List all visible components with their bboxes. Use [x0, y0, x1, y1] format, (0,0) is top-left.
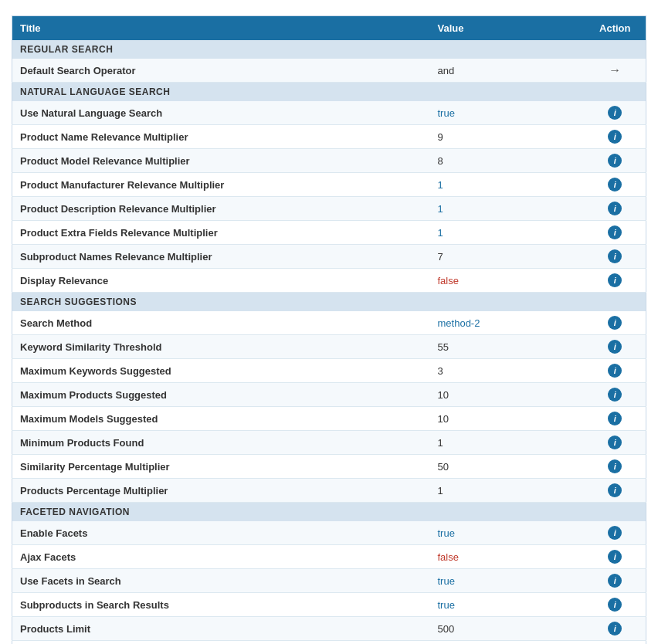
info-icon[interactable]: i [608, 178, 622, 192]
row-value: 10 [430, 383, 585, 407]
table-row: Product Model Relevance Multiplier8i [12, 149, 646, 173]
row-action[interactable]: i [585, 521, 646, 545]
info-icon[interactable]: i [608, 550, 622, 564]
table-row: Display Relevancefalsei [12, 269, 646, 293]
row-action[interactable]: i [585, 149, 646, 173]
row-value: 7 [430, 245, 585, 269]
row-action[interactable]: i [585, 173, 646, 197]
row-value: 8 [430, 149, 585, 173]
row-value: 1 [430, 431, 585, 455]
info-icon[interactable]: i [608, 364, 622, 378]
info-icon[interactable]: i [608, 436, 622, 449]
row-value: 10 [430, 407, 585, 431]
row-title: Keyword Similarity Threshold [12, 335, 430, 359]
row-title: Products Percentage Multiplier [12, 479, 430, 503]
table-row: Maximum Products Suggested10i [12, 383, 646, 407]
table-row: Similarity Percentage Multiplier50i [12, 455, 646, 479]
row-title: Enable Facets [12, 521, 430, 545]
row-title: Minimum Products Found [12, 431, 430, 455]
row-title: Maximum Models Suggested [12, 407, 430, 431]
row-title: Product Name Relevance Multiplier [12, 125, 430, 149]
row-action[interactable]: i [585, 593, 646, 617]
row-action[interactable]: i [585, 269, 646, 293]
row-value: false [430, 269, 585, 293]
row-title: Product Extra Fields Relevance Multiplie… [12, 221, 430, 245]
row-value: 24 [430, 641, 585, 645]
info-icon[interactable]: i [608, 106, 622, 120]
row-action[interactable]: i [585, 431, 646, 455]
info-icon[interactable]: i [608, 574, 622, 588]
info-icon[interactable]: i [608, 316, 622, 330]
row-action[interactable]: i [585, 641, 646, 645]
row-action[interactable]: i [585, 455, 646, 479]
row-action[interactable]: i [585, 197, 646, 221]
col-header-action: Action [585, 16, 646, 41]
settings-table: Title Value Action REGULAR SEARCHDefault… [12, 15, 646, 644]
row-action[interactable]: i [585, 359, 646, 383]
info-icon[interactable]: i [608, 249, 622, 263]
row-title: Product Description Relevance Multiplier [12, 197, 430, 221]
row-action[interactable]: i [585, 221, 646, 245]
arrow-icon[interactable]: → [609, 63, 621, 76]
row-title: Similarity Percentage Multiplier [12, 455, 430, 479]
table-row: Maximum Items in Extra Fields Facets24i [12, 641, 646, 645]
row-value: method-2 [430, 311, 585, 335]
row-action[interactable]: i [585, 335, 646, 359]
table-row: Subproduct Names Relevance Multiplier7i [12, 245, 646, 269]
info-icon[interactable]: i [608, 483, 622, 497]
row-value: 1 [430, 173, 585, 197]
section-header: SEARCH SUGGESTIONS [12, 293, 646, 312]
table-row: Maximum Keywords Suggested3i [12, 359, 646, 383]
row-action[interactable]: i [585, 479, 646, 503]
row-value: 55 [430, 335, 585, 359]
row-value: true [430, 101, 585, 125]
info-icon[interactable]: i [608, 154, 622, 168]
row-value: 3 [430, 359, 585, 383]
info-icon[interactable]: i [608, 412, 622, 425]
table-row: Search Methodmethod-2i [12, 311, 646, 335]
row-value: 500 [430, 617, 585, 641]
row-action[interactable]: i [585, 125, 646, 149]
table-row: Keyword Similarity Threshold55i [12, 335, 646, 359]
table-row: Product Manufacturer Relevance Multiplie… [12, 173, 646, 197]
table-row: Product Description Relevance Multiplier… [12, 197, 646, 221]
row-title: Use Facets in Search [12, 569, 430, 593]
row-action[interactable]: i [585, 311, 646, 335]
row-value: and [430, 59, 585, 83]
info-icon[interactable]: i [608, 598, 622, 612]
row-action[interactable]: i [585, 245, 646, 269]
row-title: Products Limit [12, 617, 430, 641]
row-action[interactable]: i [585, 569, 646, 593]
row-action[interactable]: i [585, 101, 646, 125]
row-action[interactable]: i [585, 617, 646, 641]
col-header-value: Value [430, 16, 585, 41]
info-icon[interactable]: i [608, 202, 622, 215]
info-icon[interactable]: i [608, 388, 622, 402]
row-title: Ajax Facets [12, 545, 430, 569]
table-row: Minimum Products Found1i [12, 431, 646, 455]
row-title: Search Method [12, 311, 430, 335]
row-value: true [430, 521, 585, 545]
table-row: Products Percentage Multiplier1i [12, 479, 646, 503]
row-action[interactable]: i [585, 545, 646, 569]
table-row: Product Name Relevance Multiplier9i [12, 125, 646, 149]
info-icon[interactable]: i [608, 225, 622, 239]
row-value: 9 [430, 125, 585, 149]
table-row: Use Natural Language Searchtruei [12, 101, 646, 125]
info-icon[interactable]: i [608, 340, 622, 354]
info-icon[interactable]: i [608, 273, 622, 287]
table-row: Product Extra Fields Relevance Multiplie… [12, 221, 646, 245]
row-value: 1 [430, 221, 585, 245]
page-container: Title Value Action REGULAR SEARCHDefault… [0, 0, 658, 644]
info-icon[interactable]: i [608, 130, 622, 144]
info-icon[interactable]: i [608, 526, 622, 540]
row-action[interactable]: i [585, 407, 646, 431]
row-title: Maximum Products Suggested [12, 383, 430, 407]
info-icon[interactable]: i [608, 622, 622, 636]
table-row: Enable Facetstruei [12, 521, 646, 545]
info-icon[interactable]: i [608, 459, 622, 473]
row-action[interactable]: i [585, 383, 646, 407]
row-action[interactable]: → [585, 59, 646, 83]
row-title: Use Natural Language Search [12, 101, 430, 125]
row-title: Product Manufacturer Relevance Multiplie… [12, 173, 430, 197]
